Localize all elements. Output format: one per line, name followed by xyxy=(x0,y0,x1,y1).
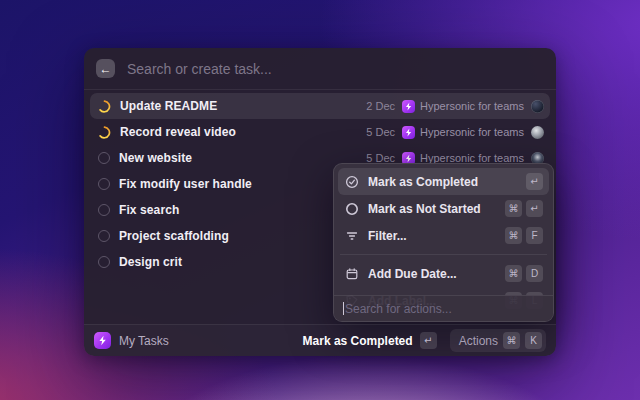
task-search-input[interactable]: Search or create task... xyxy=(127,61,272,77)
key-k: K xyxy=(525,332,542,349)
due-date: 2 Dec xyxy=(366,100,395,112)
filter-icon xyxy=(345,229,359,243)
footer-bar: My Tasks Mark as Completed ↵ Actions ⌘ K xyxy=(84,324,556,356)
back-button[interactable]: ← xyxy=(96,59,115,78)
project-name: Hypersonic for teams xyxy=(420,126,524,138)
project-chip: Hypersonic for teams xyxy=(402,126,524,139)
menu-divider xyxy=(340,254,547,255)
menu-item-label: Add Due Date... xyxy=(368,267,457,281)
status-not-started-icon[interactable] xyxy=(98,204,110,216)
status-not-started-icon[interactable] xyxy=(98,178,110,190)
avatar xyxy=(531,126,544,139)
project-chip: Hypersonic for teams xyxy=(402,100,524,113)
hypersonic-logo-icon xyxy=(402,100,415,113)
actions-menu: Mark as Completed ↵ Mark as Not Started … xyxy=(333,163,554,322)
menu-item-add-due-date[interactable]: Add Due Date... ⌘ D xyxy=(338,260,549,287)
due-date: 5 Dec xyxy=(366,126,395,138)
circle-icon xyxy=(345,202,359,216)
task-title: Record reveal video xyxy=(120,125,236,139)
task-title: Project scaffolding xyxy=(119,229,229,243)
primary-action-label[interactable]: Mark as Completed xyxy=(303,334,413,348)
menu-item-filter[interactable]: Filter... ⌘ F xyxy=(338,222,549,249)
key-cmd: ⌘ xyxy=(505,265,522,282)
key-cmd: ⌘ xyxy=(505,227,522,244)
actions-button[interactable]: Actions ⌘ K xyxy=(450,329,546,352)
task-title: Fix modify user handle xyxy=(119,177,252,191)
menu-item-mark-not-started[interactable]: Mark as Not Started ⌘ ↵ xyxy=(338,195,549,222)
status-not-started-icon[interactable] xyxy=(98,230,110,242)
key-cmd: ⌘ xyxy=(503,332,520,349)
status-in-progress-icon[interactable] xyxy=(98,126,111,139)
hypersonic-logo-icon xyxy=(402,126,415,139)
task-title: Fix search xyxy=(119,203,179,217)
hypersonic-logo-icon xyxy=(94,332,111,349)
workspace-name[interactable]: My Tasks xyxy=(119,334,169,348)
task-row[interactable]: Record reveal video 5 Dec Hypersonic for… xyxy=(90,119,550,145)
menu-item-label: Mark as Completed xyxy=(368,175,478,189)
key-return: ↵ xyxy=(526,200,543,217)
task-title: Design crit xyxy=(119,255,182,269)
task-title: New website xyxy=(119,151,192,165)
arrow-left-icon: ← xyxy=(100,63,112,75)
status-not-started-icon[interactable] xyxy=(98,256,110,268)
avatar xyxy=(531,100,544,113)
search-header: ← Search or create task... xyxy=(84,48,556,90)
menu-item-label: Mark as Not Started xyxy=(368,202,481,216)
project-name: Hypersonic for teams xyxy=(420,100,524,112)
key-return: ↵ xyxy=(420,332,437,349)
calendar-icon xyxy=(345,267,359,281)
status-not-started-icon[interactable] xyxy=(98,152,110,164)
key-f: F xyxy=(526,227,543,244)
text-caret xyxy=(343,302,344,315)
task-row[interactable]: Update README 2 Dec Hypersonic for teams xyxy=(90,93,550,119)
status-in-progress-icon[interactable] xyxy=(98,100,111,113)
key-return: ↵ xyxy=(526,173,543,190)
key-d: D xyxy=(526,265,543,282)
circle-check-icon xyxy=(345,175,359,189)
actions-search-input[interactable]: Search for actions... xyxy=(334,295,553,321)
menu-item-mark-completed[interactable]: Mark as Completed ↵ xyxy=(338,168,549,195)
command-palette-window: ← Search or create task... Update README… xyxy=(84,48,556,356)
task-title: Update README xyxy=(120,99,217,113)
key-cmd: ⌘ xyxy=(505,200,522,217)
menu-item-label: Filter... xyxy=(368,229,407,243)
